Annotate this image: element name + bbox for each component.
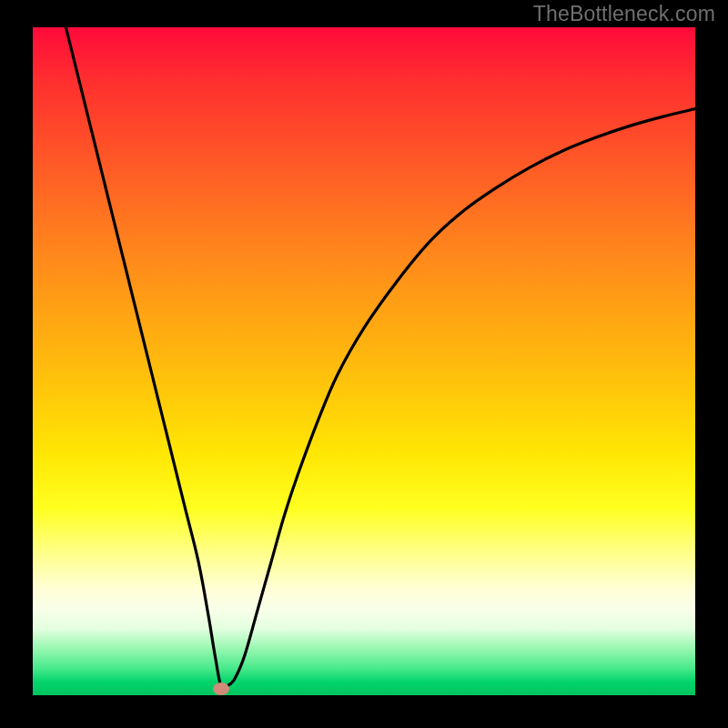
attribution-label: TheBottleneck.com xyxy=(533,2,715,26)
optimum-marker xyxy=(213,682,229,695)
chart-container: TheBottleneck.com xyxy=(0,0,728,728)
curve-svg xyxy=(33,27,695,695)
bottleneck-curve xyxy=(66,27,695,691)
plot-area xyxy=(33,27,695,695)
